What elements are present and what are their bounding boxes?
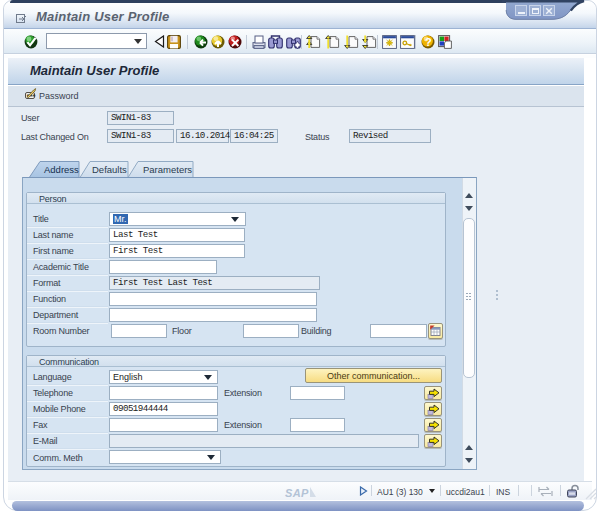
svg-text:?: ? (425, 36, 432, 48)
